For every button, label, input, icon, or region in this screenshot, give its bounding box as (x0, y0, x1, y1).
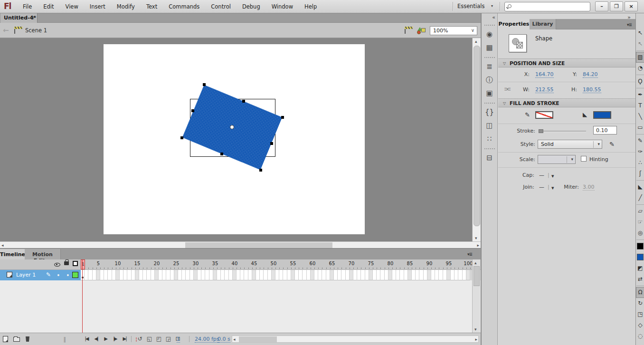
frame-cell-93[interactable] (439, 270, 443, 280)
frame-cell-9[interactable] (112, 270, 116, 280)
frame-cell-21[interactable] (159, 270, 162, 280)
playhead-line[interactable] (82, 259, 83, 333)
frame-cell-30[interactable] (194, 270, 198, 280)
frame-cell-18[interactable] (147, 270, 151, 280)
frame-cell-78[interactable] (380, 270, 384, 280)
panel-group-gripper[interactable] (484, 57, 495, 59)
onion-skin-outlines-button[interactable]: ◰ (155, 335, 163, 343)
outline-all-layers-icon[interactable] (73, 261, 78, 266)
frame-cell-7[interactable] (104, 270, 108, 280)
menu-debug[interactable]: Debug (237, 3, 266, 10)
frame-cell-33[interactable] (205, 270, 209, 280)
frame-cell-60[interactable] (311, 270, 314, 280)
pen-tool[interactable]: ✒ (636, 89, 644, 100)
panel-group-gripper[interactable] (484, 25, 495, 27)
new-layer-button[interactable] (3, 336, 8, 342)
hand-tool[interactable]: ☞ (636, 217, 644, 228)
new-folder-button[interactable] (13, 337, 20, 342)
frame-cell-31[interactable] (198, 270, 201, 280)
frame-cell-98[interactable] (458, 270, 462, 280)
back-arrow-icon[interactable]: ← (3, 26, 9, 35)
stage-horizontal-scrollbar[interactable]: ◂ ▸ (0, 241, 481, 248)
frame-cell-38[interactable] (225, 270, 228, 280)
miter-value[interactable]: 3.00 (583, 184, 595, 191)
eraser-tool[interactable]: ▱ (636, 206, 644, 217)
timeline-vertical-scrollbar-thumb[interactable] (474, 266, 480, 286)
frame-cell-43[interactable] (244, 270, 248, 280)
envelope-option[interactable]: ◌ (636, 331, 644, 342)
stroke-style-dropdown[interactable]: Solid ▾ (538, 140, 602, 149)
menu-help[interactable]: Help (299, 3, 322, 10)
frame-cell-65[interactable] (330, 270, 334, 280)
frame-cell-45[interactable] (252, 270, 256, 280)
stage-horizontal-scrollbar-thumb[interactable] (185, 242, 332, 248)
frame-cell-67[interactable] (338, 270, 341, 280)
distort-option[interactable]: ◇ (636, 320, 644, 331)
lock-dimensions-icon[interactable]: ⊃⊂ (504, 86, 510, 92)
playhead-frame-indicator[interactable]: 1 (81, 259, 85, 269)
frame-cell-10[interactable] (116, 270, 120, 280)
chevron-down-icon[interactable]: ∨ (471, 28, 474, 33)
frame-rate-readout[interactable]: 24.00 fps (195, 336, 219, 343)
frame-cell-87[interactable] (416, 270, 419, 280)
frame-cell-29[interactable] (190, 270, 194, 280)
transform-center-point[interactable] (230, 125, 234, 129)
frame-cell-92[interactable] (435, 270, 439, 280)
properties-panel-menu-icon[interactable]: ▾≣ (627, 22, 632, 27)
frame-cell-47[interactable] (260, 270, 264, 280)
rotate-skew-option[interactable]: ↻ (636, 298, 644, 309)
brush-tool[interactable]: ✑ (636, 146, 644, 157)
spray-brush-tool[interactable]: ∴ (636, 157, 644, 168)
chevron-down-icon[interactable]: ▾ (571, 157, 573, 162)
lasso-tool[interactable]: Ϙ (636, 76, 644, 87)
stroke-color-swatch[interactable] (636, 241, 644, 252)
frame-cell-46[interactable] (256, 270, 260, 280)
y-value[interactable]: 84.20 (583, 71, 598, 78)
frame-cell-82[interactable] (396, 270, 400, 280)
frame-cell-26[interactable] (178, 270, 182, 280)
eyedropper-tool[interactable]: ╱ (636, 192, 644, 203)
rectangle-tool[interactable]: ▭ (636, 122, 644, 133)
frame-cell-62[interactable] (318, 270, 322, 280)
frame-cell-14[interactable] (132, 270, 135, 280)
menu-file[interactable]: File (17, 3, 38, 10)
chevron-down-icon[interactable]: ▾ (597, 142, 600, 146)
frame-cell-36[interactable] (217, 270, 221, 280)
timeline-horizontal-scrollbar-thumb[interactable] (239, 336, 277, 342)
tab-library[interactable]: Library (530, 19, 556, 29)
loop-button[interactable]: ↺ (136, 335, 144, 343)
frame-cell-17[interactable] (143, 270, 147, 280)
panel-group-gripper[interactable] (484, 148, 495, 150)
frame-cell-99[interactable] (463, 270, 466, 280)
frame-cell-80[interactable] (388, 270, 392, 280)
frame-cell-63[interactable] (322, 270, 326, 280)
stage-vertical-scrollbar-thumb[interactable] (474, 46, 480, 226)
step-forward-button[interactable]: |▶ (110, 335, 120, 343)
minimize-button[interactable]: – (595, 1, 608, 11)
snap-to-objects-toggle[interactable]: Ω (636, 287, 644, 298)
project-panel-button[interactable]: ⊟ (482, 151, 497, 164)
timeline-panel-menu-icon[interactable]: ▾≣ (467, 252, 472, 257)
stage-zoom-combobox[interactable]: 100% ∨ (430, 26, 477, 35)
frame-cell-32[interactable] (201, 270, 205, 280)
delete-layer-button[interactable] (25, 336, 30, 342)
frame-cell-71[interactable] (353, 270, 357, 280)
restore-button[interactable]: ❐ (610, 1, 623, 11)
align-panel-button[interactable]: ≣ (482, 60, 497, 73)
frame-cell-3[interactable] (88, 270, 92, 280)
show-hide-all-layers-icon[interactable] (54, 263, 60, 267)
scroll-down-icon[interactable]: ▾ (475, 236, 477, 240)
timeline-vertical-scrollbar[interactable]: ▴ ▾ (472, 259, 480, 333)
frame-cell-28[interactable] (186, 270, 189, 280)
frame-cell-41[interactable] (237, 270, 240, 280)
code-snippets-panel-button[interactable]: {} (482, 105, 497, 119)
edit-stroke-style-button[interactable]: ✎ (609, 141, 615, 148)
w-value[interactable]: 212.55 (535, 86, 554, 93)
menu-control[interactable]: Control (205, 3, 237, 10)
panel-group-gripper[interactable] (484, 103, 495, 105)
transform-handle[interactable] (203, 83, 206, 86)
frame-cell-48[interactable] (264, 270, 267, 280)
position-size-section-header[interactable]: ▽ POSITION AND SIZE (498, 58, 635, 67)
frame-cell-19[interactable] (151, 270, 155, 280)
frame-cell-64[interactable] (326, 270, 330, 280)
